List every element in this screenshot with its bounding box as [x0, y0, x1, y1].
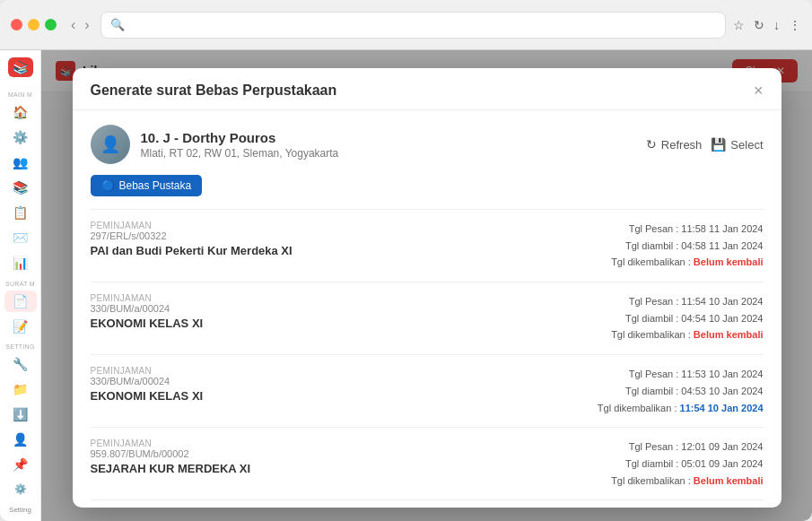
bookmark-icon[interactable]: ☆: [733, 18, 745, 32]
sidebar-item-klasifikasi[interactable]: ⬇️: [4, 404, 37, 425]
tgl-pesan: Tgl Pesan : 11:58 11 Jan 2024: [611, 221, 763, 238]
loan-item: Peminjaman 297/ERL/s/00322 PAI dan Budi …: [91, 210, 764, 282]
forward-button[interactable]: ›: [81, 15, 92, 35]
sidebar-item-admin[interactable]: ⚙️: [4, 126, 37, 148]
loan-left-3: Peminjaman 959.807/BUM/b/00002 SEJARAH K…: [91, 439, 251, 475]
loan-right-0: Tgl Pesan : 11:58 11 Jan 2024 Tgl diambi…: [611, 221, 763, 271]
loan-code: 330/BUM/a/00024: [91, 303, 204, 314]
student-row: 👤 10. J - Dorthy Pouros Mlati, RT 02, RW…: [91, 125, 764, 164]
avatar: 👤: [91, 125, 130, 164]
traffic-lights: [11, 19, 57, 30]
avatar-icon: 👤: [100, 135, 120, 154]
badge-icon: 🔵: [101, 179, 115, 192]
loan-item: Peminjaman 330/BUM/a/00024 EKONOMI KELAS…: [91, 355, 764, 428]
back-button[interactable]: ‹: [67, 15, 79, 35]
action-buttons: ↻ Refresh 💾 Select: [646, 137, 764, 152]
browser-chrome: ‹ › 🔍 ☆ ↻ ↓ ⋮: [0, 0, 812, 50]
sidebar-section-surat: SURAT M: [0, 281, 40, 287]
status-badge: Belum kembali: [694, 475, 764, 486]
sidebar-item-peminjaman[interactable]: 📋: [4, 202, 37, 223]
tgl-diambil: Tgl diambil : 04:54 10 Jan 2024: [611, 310, 763, 327]
sidebar-item-konfigurasi[interactable]: 🔧: [4, 353, 37, 375]
loan-title: EKONOMI KELAS XI: [91, 389, 204, 403]
modal-close-button[interactable]: ×: [754, 82, 764, 99]
sidebar-item-pengaturan[interactable]: 📌: [4, 454, 37, 475]
tgl-dikembalikan: Tgl dikembalikan : Belum kembali: [611, 473, 763, 490]
bebas-pustaka-badge[interactable]: 🔵 Bebas Pustaka: [91, 175, 203, 196]
loan-code: 959.807/BUM/b/00002: [91, 448, 251, 459]
loan-type-label: Peminjaman: [91, 366, 204, 376]
sidebar-item-messages[interactable]: ✉️: [4, 227, 37, 248]
select-icon: 💾: [711, 137, 726, 152]
close-traffic-light[interactable]: [11, 19, 22, 30]
loan-right-2: Tgl Pesan : 11:53 10 Jan 2024 Tgl diambi…: [598, 366, 764, 416]
loan-type-label: Peminjaman: [91, 439, 251, 448]
loan-type-label: Peminjaman: [91, 293, 204, 303]
browser-actions: ☆ ↻ ↓ ⋮: [733, 18, 801, 32]
sidebar-item-setting-bottom[interactable]: ⚙️: [4, 479, 37, 500]
loan-item: Peminjaman 330/BUM/a/00024 EKONOMI KELAS…: [91, 282, 764, 355]
sidebar-section-setting: SETTING: [0, 343, 40, 350]
tgl-dikembalikan: Tgl dikembalikan : 11:54 10 Jan 2024: [598, 400, 764, 417]
select-button[interactable]: 💾 Select: [711, 137, 763, 152]
status-badge: Belum kembali: [694, 329, 764, 340]
logo-icon: 📚: [13, 60, 28, 74]
tgl-diambil: Tgl diambil : 04:58 11 Jan 2024: [611, 238, 763, 255]
modal-header: Generate surat Bebas Perpustakaan ×: [73, 68, 781, 110]
sidebar-item-pengguna[interactable]: 👤: [4, 429, 37, 450]
menu-icon[interactable]: ⋮: [789, 18, 801, 32]
student-address: Mlati, RT 02, RW 01, Sleman, Yogyakarta: [141, 147, 339, 160]
loan-title: SEJARAH KUR MERDEKA XI: [91, 462, 251, 475]
modal-title: Generate surat Bebas Perpustakaan: [91, 82, 337, 99]
tgl-diambil: Tgl diambil : 04:53 10 Jan 2024: [598, 383, 764, 400]
maximize-traffic-light[interactable]: [45, 19, 57, 30]
loan-right-1: Tgl Pesan : 11:54 10 Jan 2024 Tgl diambi…: [611, 293, 763, 343]
tgl-pesan: Tgl Pesan : 11:54 10 Jan 2024: [611, 293, 763, 310]
loan-right-3: Tgl Pesan : 12:01 09 Jan 2024 Tgl diambi…: [611, 439, 763, 489]
address-bar[interactable]: 🔍: [100, 12, 726, 39]
refresh-button[interactable]: ↻ Refresh: [646, 137, 703, 152]
loan-title: EKONOMI KELAS XI: [91, 317, 204, 330]
loan-left-2: Peminjaman 330/BUM/a/00024 EKONOMI KELAS…: [91, 366, 204, 403]
student-info: 👤 10. J - Dorthy Pouros Mlati, RT 02, RW…: [91, 125, 339, 164]
modal-body: 👤 10. J - Dorthy Pouros Mlati, RT 02, RW…: [73, 110, 781, 508]
tgl-dikembalikan: Tgl dikembalikan : Belum kembali: [611, 326, 763, 343]
tgl-pesan: Tgl Pesan : 12:01 09 Jan 2024: [611, 439, 763, 456]
search-icon: 🔍: [110, 18, 125, 31]
loan-code: 297/ERL/s/00322: [91, 230, 292, 241]
loan-title: PAI dan Budi Pekerti Kur Merdeka XI: [91, 244, 292, 257]
main-content: 📚 Library Close ✕ Generate surat Bebas P…: [41, 50, 812, 521]
sidebar-item-home[interactable]: 🏠: [4, 101, 37, 123]
app-wrapper: 📚 MAIN M 🏠 ⚙️ 👥 📚 📋 ✉️ 📊 SURAT M 📄 📝 SET…: [0, 50, 812, 521]
status-badge: 11:54 10 Jan 2024: [680, 403, 764, 413]
loan-item: Peminjaman 959.807/BUM/b/00002 SEJARAH K…: [91, 428, 764, 500]
student-details: 10. J - Dorthy Pouros Mlati, RT 02, RW 0…: [141, 130, 339, 160]
status-badge: Belum kembali: [694, 256, 764, 267]
app-logo: 📚: [8, 57, 33, 77]
loan-left-1: Peminjaman 330/BUM/a/00024 EKONOMI KELAS…: [91, 293, 204, 330]
loan-type-label: Peminjaman: [91, 221, 292, 230]
minimize-traffic-light[interactable]: [28, 19, 39, 30]
modal-backdrop: Generate surat Bebas Perpustakaan × 👤 10…: [41, 50, 812, 521]
refresh-icon: ↻: [646, 137, 657, 152]
sidebar-item-students[interactable]: 👥: [4, 152, 37, 173]
sidebar-item-books[interactable]: 📚: [4, 177, 37, 198]
tgl-dikembalikan: Tgl dikembalikan : Belum kembali: [611, 254, 763, 271]
loan-list: Peminjaman 297/ERL/s/00322 PAI dan Budi …: [91, 209, 764, 500]
sidebar-item-kategori[interactable]: 📁: [4, 378, 37, 400]
setting-label: Setting: [9, 506, 31, 514]
student-name: 10. J - Dorthy Pouros: [141, 130, 339, 145]
sidebar-item-bebas[interactable]: 📄: [4, 291, 37, 312]
sidebar-item-surat[interactable]: 📝: [4, 316, 37, 337]
loan-left-0: Peminjaman 297/ERL/s/00322 PAI dan Budi …: [91, 221, 292, 257]
nav-arrows: ‹ ›: [67, 15, 93, 35]
loan-code: 330/BUM/a/00024: [91, 376, 204, 386]
sidebar: 📚 MAIN M 🏠 ⚙️ 👥 📚 📋 ✉️ 📊 SURAT M 📄 📝 SET…: [0, 50, 41, 521]
sidebar-item-laporan[interactable]: 📊: [4, 252, 37, 274]
sidebar-section-main: MAIN M: [0, 91, 40, 98]
tgl-diambil: Tgl diambil : 05:01 09 Jan 2024: [611, 456, 763, 473]
modal-generate-surat: Generate surat Bebas Perpustakaan × 👤 10…: [73, 68, 781, 508]
refresh-browser-icon[interactable]: ↻: [754, 18, 764, 32]
tgl-pesan: Tgl Pesan : 11:53 10 Jan 2024: [598, 366, 764, 383]
download-icon[interactable]: ↓: [773, 18, 780, 32]
